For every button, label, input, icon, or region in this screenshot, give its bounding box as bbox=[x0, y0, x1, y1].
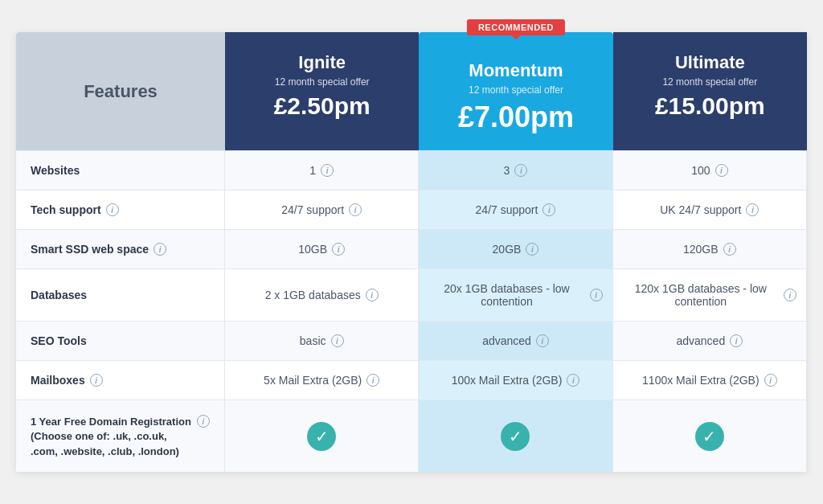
feature-label-text-6: 1 Year Free Domain Registration (Choose … bbox=[31, 415, 192, 459]
checkmark-6-0: ✓ bbox=[307, 422, 336, 451]
checkmark-6-1: ✓ bbox=[501, 422, 530, 451]
plan-name-momentum: Momentum bbox=[431, 60, 600, 81]
feature-value-6-1: ✓ bbox=[419, 400, 612, 472]
feature-value-0-1: 3i bbox=[419, 151, 612, 190]
feature-value-5-0: 5x Mail Extra (2GB)i bbox=[225, 361, 419, 400]
value-text-3-1: 20x 1GB databases - low contention bbox=[428, 282, 584, 308]
recommended-badge: RECOMMENDED bbox=[467, 19, 565, 35]
plan-price-momentum: £7.00pm bbox=[431, 100, 600, 134]
info-icon-1-2[interactable]: i bbox=[746, 203, 759, 216]
feature-value-0-0: 1i bbox=[225, 151, 419, 190]
feature-value-2-0: 10GBi bbox=[225, 230, 419, 268]
feature-label-4: SEO Tools bbox=[16, 322, 225, 360]
feature-label-2: Smart SSD web spacei bbox=[16, 230, 225, 268]
feature-label-6: 1 Year Free Domain Registration (Choose … bbox=[16, 400, 225, 472]
feature-value-3-1: 20x 1GB databases - low contentioni bbox=[419, 269, 612, 321]
feature-value-4-0: basici bbox=[225, 322, 419, 360]
value-text-4-2: advanced bbox=[676, 334, 725, 347]
value-text-2-2: 120GB bbox=[683, 243, 719, 256]
info-icon-label-6[interactable]: i bbox=[197, 415, 210, 428]
info-icon-4-2[interactable]: i bbox=[730, 334, 743, 347]
feature-label-text-2: Smart SSD web space bbox=[31, 243, 149, 256]
value-text-0-0: 1 bbox=[309, 164, 316, 177]
info-icon-0-2[interactable]: i bbox=[715, 164, 728, 177]
feature-label-text-1: Tech support bbox=[31, 203, 101, 216]
info-icon-2-2[interactable]: i bbox=[723, 243, 736, 256]
value-text-4-1: advanced bbox=[482, 334, 531, 347]
feature-label-1: Tech supporti bbox=[16, 191, 225, 229]
value-text-5-2: 1100x Mail Extra (2GB) bbox=[642, 374, 760, 387]
plan-header-momentum: RECOMMENDEDMomentum12 month special offe… bbox=[419, 32, 612, 150]
pricing-table: Features Ignite12 month special offer£2.… bbox=[16, 32, 807, 472]
feature-row-0: Websites1i3i100i bbox=[16, 150, 807, 190]
feature-value-6-0: ✓ bbox=[225, 400, 419, 472]
plan-price-ultimate: £15.00pm bbox=[625, 92, 795, 120]
info-icon-3-1[interactable]: i bbox=[590, 289, 603, 301]
feature-value-1-1: 24/7 supporti bbox=[419, 191, 612, 229]
feature-row-1: Tech supporti24/7 supporti24/7 supportiU… bbox=[16, 190, 807, 229]
features-title: Features bbox=[84, 81, 158, 102]
info-icon-2-0[interactable]: i bbox=[332, 243, 345, 256]
feature-value-3-2: 120x 1GB databases - low contentioni bbox=[613, 269, 807, 321]
info-icon-label-1[interactable]: i bbox=[106, 203, 119, 216]
value-text-0-2: 100 bbox=[691, 164, 710, 177]
value-text-4-0: basic bbox=[300, 334, 326, 347]
feature-value-5-1: 100x Mail Extra (2GB)i bbox=[419, 361, 612, 400]
feature-value-3-0: 2 x 1GB databasesi bbox=[225, 269, 419, 321]
info-icon-label-5[interactable]: i bbox=[90, 374, 103, 387]
plan-price-ignite: £2.50pm bbox=[237, 92, 407, 120]
checkmark-6-2: ✓ bbox=[695, 422, 724, 451]
plan-offer-momentum: 12 month special offer bbox=[431, 84, 600, 96]
feature-value-2-1: 20GBi bbox=[419, 230, 612, 268]
feature-row-2: Smart SSD web spacei10GBi20GBi120GBi bbox=[16, 229, 807, 268]
value-text-1-1: 24/7 support bbox=[476, 203, 538, 216]
feature-row-6: 1 Year Free Domain Registration (Choose … bbox=[16, 400, 807, 472]
value-text-3-2: 120x 1GB databases - low contention bbox=[623, 282, 779, 308]
feature-label-text-5: Mailboxes bbox=[31, 374, 85, 387]
info-icon-4-1[interactable]: i bbox=[536, 334, 549, 347]
info-icon-1-0[interactable]: i bbox=[349, 203, 362, 216]
features-label: Features bbox=[16, 32, 225, 150]
info-icon-0-0[interactable]: i bbox=[321, 164, 334, 177]
feature-label-3: Databases bbox=[16, 269, 225, 321]
feature-value-0-2: 100i bbox=[613, 151, 807, 190]
value-text-0-1: 3 bbox=[504, 164, 510, 177]
info-icon-3-0[interactable]: i bbox=[366, 289, 379, 301]
plan-name-ignite: Ignite bbox=[237, 52, 407, 73]
info-icon-5-2[interactable]: i bbox=[764, 374, 777, 387]
feature-value-1-2: UK 24/7 supporti bbox=[613, 191, 807, 229]
plan-name-ultimate: Ultimate bbox=[625, 52, 795, 73]
pricing-header: Features Ignite12 month special offer£2.… bbox=[16, 32, 807, 150]
feature-label-text-0: Websites bbox=[31, 164, 80, 177]
feature-value-4-1: advancedi bbox=[419, 322, 612, 360]
plan-header-ignite: Ignite12 month special offer£2.50pm bbox=[225, 32, 419, 150]
feature-value-6-2: ✓ bbox=[613, 400, 807, 472]
info-icon-2-1[interactable]: i bbox=[526, 243, 538, 256]
feature-label-text-3: Databases bbox=[31, 289, 87, 301]
feature-label-5: Mailboxesi bbox=[16, 361, 225, 400]
info-icon-1-1[interactable]: i bbox=[543, 203, 555, 216]
feature-label-0: Websites bbox=[16, 151, 225, 190]
plan-offer-ignite: 12 month special offer bbox=[237, 76, 407, 88]
feature-value-2-2: 120GBi bbox=[613, 230, 807, 268]
value-text-5-1: 100x Mail Extra (2GB) bbox=[452, 374, 563, 387]
value-text-2-1: 20GB bbox=[493, 243, 522, 256]
info-icon-4-0[interactable]: i bbox=[331, 334, 344, 347]
value-text-1-2: UK 24/7 support bbox=[660, 203, 741, 216]
feature-row-5: Mailboxesi5x Mail Extra (2GB)i100x Mail … bbox=[16, 360, 807, 400]
feature-row-4: SEO Toolsbasiciadvancediadvancedi bbox=[16, 321, 807, 360]
info-icon-label-2[interactable]: i bbox=[154, 243, 166, 256]
value-text-5-0: 5x Mail Extra (2GB) bbox=[264, 374, 362, 387]
feature-row-3: Databases2 x 1GB databasesi20x 1GB datab… bbox=[16, 268, 807, 321]
value-text-1-0: 24/7 support bbox=[281, 203, 344, 216]
feature-value-5-2: 1100x Mail Extra (2GB)i bbox=[613, 361, 807, 400]
info-icon-5-1[interactable]: i bbox=[567, 374, 579, 387]
feature-value-1-0: 24/7 supporti bbox=[225, 191, 419, 229]
info-icon-5-0[interactable]: i bbox=[366, 374, 379, 387]
plan-offer-ultimate: 12 month special offer bbox=[625, 76, 795, 88]
feature-label-text-4: SEO Tools bbox=[31, 334, 87, 347]
value-text-3-0: 2 x 1GB databases bbox=[265, 289, 361, 301]
info-icon-0-1[interactable]: i bbox=[514, 164, 527, 177]
info-icon-3-2[interactable]: i bbox=[784, 289, 796, 301]
value-text-2-0: 10GB bbox=[298, 243, 327, 256]
